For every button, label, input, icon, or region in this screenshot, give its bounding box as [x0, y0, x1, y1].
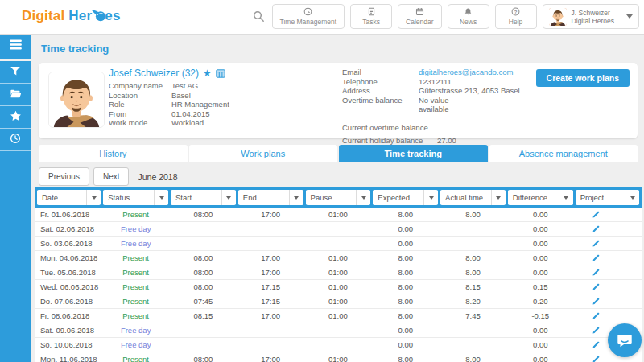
column-filter-actual-time[interactable]: Actual time	[440, 190, 506, 205]
edit-entry-icon[interactable]	[592, 224, 601, 233]
column-filter-start[interactable]: Start	[171, 190, 236, 205]
top-header: Digital Heres Time ManagementTasksCalend…	[0, 0, 644, 35]
edit-entry-icon[interactable]	[592, 326, 601, 335]
edit-entry-icon[interactable]	[592, 268, 601, 277]
cell-end: 17:00	[237, 309, 304, 323]
cell-actual: 8.00	[440, 265, 507, 280]
column-filter-date[interactable]: Date	[37, 190, 101, 205]
employee-field-role: RoleHR Management	[109, 100, 229, 109]
brand-logo[interactable]: Digital Heres	[22, 8, 121, 26]
search-icon[interactable]	[253, 10, 265, 23]
field-label: Overtime balance	[342, 96, 419, 105]
field-label: Work mode	[109, 118, 171, 128]
cell-pause	[304, 222, 372, 237]
main-content: Time tracking Josef Schweizer (32) ★ Com…	[31, 34, 644, 362]
tab-history[interactable]: History	[39, 145, 188, 162]
nav-news-button[interactable]: News	[448, 4, 489, 29]
nav-time-management-button[interactable]: Time Management	[272, 4, 345, 29]
logo-text-es: es	[105, 8, 120, 23]
cell-difference: 0.00	[506, 352, 574, 362]
edit-entry-icon[interactable]	[592, 239, 601, 248]
cell-project	[574, 294, 642, 309]
field-label: Current overtime balance	[342, 121, 437, 134]
cell-expected: 8.00	[372, 265, 440, 280]
column-label: Pause	[306, 193, 332, 202]
employee-fields-left: Company nameTest AGLocationBaselRoleHR M…	[109, 81, 229, 128]
edit-entry-icon[interactable]	[592, 282, 601, 291]
caret-glyph	[630, 196, 635, 200]
edit-entry-icon[interactable]	[592, 311, 601, 320]
create-work-plans-button[interactable]: Create work plans	[536, 69, 630, 87]
cell-difference: 0.20	[506, 294, 574, 309]
tab-bar: HistoryWork plansTime trackingAbsence ma…	[39, 145, 638, 162]
edit-entry-icon[interactable]	[592, 297, 601, 306]
period-label: June 2018	[138, 172, 177, 182]
edit-entry-icon[interactable]	[592, 210, 601, 219]
table-row: Wed. 06.06.2018Present08:0017:1501:008.0…	[35, 280, 642, 294]
user-menu[interactable]: J. Schweizer Digital Heroes	[543, 4, 639, 29]
column-header-start: Start	[170, 187, 237, 208]
column-filter-project[interactable]: Project	[576, 190, 639, 205]
sidebar-item-documents[interactable]	[0, 84, 31, 106]
cell-start: 08:15	[170, 309, 237, 323]
cell-date: So. 03.06.2018	[35, 237, 102, 251]
column-label: Difference	[508, 193, 547, 202]
nav-help-button[interactable]: ?Help	[495, 4, 537, 29]
cell-actual	[440, 338, 507, 352]
nav-tasks-button[interactable]: Tasks	[350, 4, 392, 29]
employee-field-work-mode: Work modeWorkload	[109, 118, 229, 128]
cell-start	[170, 237, 237, 251]
cell-end: 17:00	[237, 265, 304, 280]
edit-entry-icon[interactable]	[592, 355, 601, 362]
cell-date: So. 10.06.2018	[35, 338, 102, 352]
balance-field-current-overtime-balance: Current overtime balance	[342, 121, 608, 134]
cell-actual	[440, 323, 507, 338]
tab-time-tracking[interactable]: Time tracking	[339, 145, 488, 162]
column-filter-difference[interactable]: Difference	[508, 190, 573, 205]
clock-outline-icon	[10, 133, 21, 147]
edit-entry-icon[interactable]	[592, 253, 601, 262]
dropdown-caret-icon	[423, 190, 438, 205]
edit-entry-icon[interactable]	[592, 340, 601, 349]
column-filter-expected[interactable]: Expected	[373, 190, 438, 205]
cell-actual: 8.00	[440, 352, 507, 362]
tab-work-plans[interactable]: Work plans	[189, 145, 338, 162]
sidebar-item-filter[interactable]	[0, 61, 31, 84]
table-row: So. 10.06.2018Free day0.000.00	[35, 338, 642, 352]
next-button[interactable]: Next	[93, 167, 130, 186]
favorite-star-icon[interactable]: ★	[203, 68, 212, 78]
previous-button[interactable]: Previous	[39, 167, 89, 186]
profile-table-icon[interactable]	[216, 69, 225, 78]
tab-absence-management[interactable]: Absence management	[489, 145, 638, 162]
nav-calendar-button[interactable]: Calendar	[398, 4, 442, 29]
column-filter-end[interactable]: End	[238, 190, 303, 205]
sidebar-item-time[interactable]	[0, 129, 31, 151]
table-body: Fr. 01.06.2018Present08:0017:0001:008.00…	[35, 208, 642, 362]
field-value: Basel	[171, 91, 191, 101]
nav-button-label: Calendar	[406, 18, 434, 26]
cell-status: Present	[102, 309, 170, 323]
column-header-end: End	[237, 187, 304, 208]
chat-launcher-button[interactable]	[608, 323, 642, 357]
time-tracking-table: DateStatusStartEndPauseExpectedActual ti…	[35, 187, 642, 362]
column-header-status: Status	[102, 187, 170, 208]
column-label: Expected	[373, 193, 410, 202]
cell-date: Do. 07.06.2018	[35, 294, 102, 309]
cell-pause: 01:00	[304, 208, 372, 222]
cell-difference: 0.15	[506, 280, 574, 294]
cell-project	[574, 280, 642, 294]
email-link[interactable]: digitalheroes@jacando.com	[419, 68, 513, 77]
sidebar-item-menu[interactable]	[0, 34, 31, 61]
column-filter-status[interactable]: Status	[103, 190, 168, 205]
employee-name[interactable]: Josef Schweizer (32)	[109, 68, 199, 79]
field-label: Company name	[109, 81, 171, 91]
cell-difference: 0.00	[506, 208, 574, 222]
sidebar-item-favorites[interactable]	[0, 106, 31, 129]
employee-field-address: AddressGüterstrasse 213, 4053 Basel	[342, 86, 608, 96]
table-row: So. 03.06.2018Free day0.000.00	[35, 237, 642, 251]
cell-expected: 0.00	[372, 323, 440, 338]
cell-pause: 01:00	[304, 352, 372, 362]
chevron-down-icon	[626, 14, 633, 19]
caret-glyph	[92, 196, 97, 200]
column-filter-pause[interactable]: Pause	[306, 190, 371, 205]
